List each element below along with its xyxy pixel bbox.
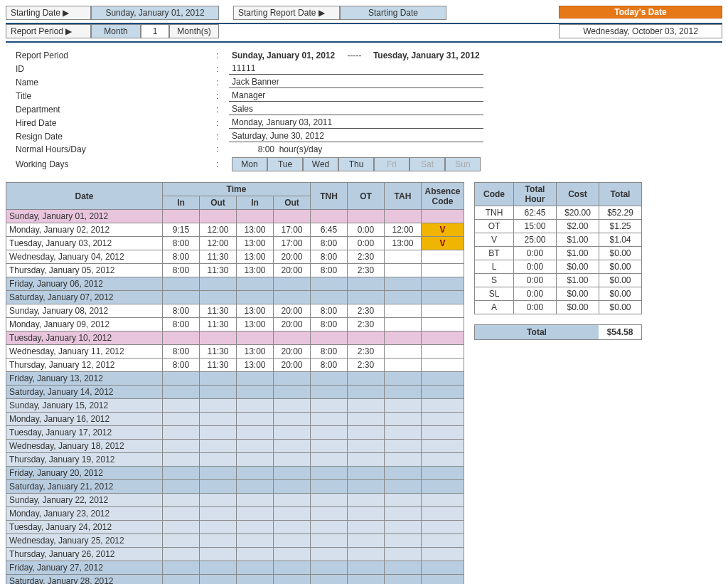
date-cell[interactable]: Monday, January 02, 2012 bbox=[6, 223, 163, 237]
time-cell[interactable] bbox=[422, 494, 464, 507]
timesheet-row[interactable]: Tuesday, January 03, 20128:0012:0013:001… bbox=[6, 237, 464, 250]
timesheet-row[interactable]: Saturday, January 21, 2012 bbox=[6, 480, 464, 494]
time-cell[interactable] bbox=[163, 426, 200, 440]
timesheet-row[interactable]: Sunday, January 08, 20128:0011:3013:0020… bbox=[6, 304, 464, 318]
time-cell[interactable] bbox=[163, 440, 200, 453]
time-cell[interactable]: 20:00 bbox=[274, 264, 311, 277]
timesheet-row[interactable]: Thursday, January 26, 2012 bbox=[6, 548, 464, 561]
date-cell[interactable]: Saturday, January 07, 2012 bbox=[6, 291, 163, 304]
time-cell[interactable] bbox=[311, 480, 348, 494]
time-cell[interactable] bbox=[348, 440, 385, 453]
time-cell[interactable]: 8:00 bbox=[311, 318, 348, 331]
time-cell[interactable] bbox=[385, 291, 422, 304]
timesheet-row[interactable]: Monday, January 16, 2012 bbox=[6, 413, 464, 426]
time-cell[interactable]: 11:30 bbox=[200, 359, 237, 372]
time-cell[interactable] bbox=[163, 386, 200, 399]
time-cell[interactable]: 12:00 bbox=[385, 223, 422, 237]
time-cell[interactable] bbox=[422, 277, 464, 291]
timesheet-row[interactable]: Wednesday, January 25, 2012 bbox=[6, 534, 464, 548]
timesheet-row[interactable]: Tuesday, January 17, 2012 bbox=[6, 426, 464, 440]
time-cell[interactable]: 12:00 bbox=[200, 223, 237, 237]
time-cell[interactable] bbox=[163, 277, 200, 291]
time-cell[interactable] bbox=[274, 210, 311, 223]
time-cell[interactable]: 11:30 bbox=[200, 264, 237, 277]
time-cell[interactable] bbox=[163, 467, 200, 480]
time-cell[interactable] bbox=[274, 548, 311, 561]
date-cell[interactable]: Tuesday, January 24, 2012 bbox=[6, 521, 163, 534]
time-cell[interactable] bbox=[163, 521, 200, 534]
time-cell[interactable] bbox=[274, 277, 311, 291]
time-cell[interactable] bbox=[311, 331, 348, 345]
time-cell[interactable] bbox=[311, 467, 348, 480]
time-cell[interactable] bbox=[311, 413, 348, 426]
time-cell[interactable]: 2:30 bbox=[348, 250, 385, 264]
time-cell[interactable] bbox=[200, 440, 237, 453]
time-cell[interactable] bbox=[385, 386, 422, 399]
time-cell[interactable] bbox=[311, 440, 348, 453]
time-cell[interactable] bbox=[200, 494, 237, 507]
time-cell[interactable] bbox=[422, 548, 464, 561]
date-cell[interactable]: Wednesday, January 25, 2012 bbox=[6, 534, 163, 548]
time-cell[interactable] bbox=[422, 534, 464, 548]
time-cell[interactable] bbox=[385, 494, 422, 507]
time-cell[interactable] bbox=[422, 521, 464, 534]
time-cell[interactable] bbox=[274, 575, 311, 585]
time-cell[interactable] bbox=[348, 548, 385, 561]
time-cell[interactable] bbox=[163, 399, 200, 413]
time-cell[interactable] bbox=[237, 399, 274, 413]
time-cell[interactable] bbox=[163, 372, 200, 386]
timesheet-row[interactable]: Wednesday, January 18, 2012 bbox=[6, 440, 464, 453]
date-cell[interactable]: Friday, January 13, 2012 bbox=[6, 372, 163, 386]
time-cell[interactable]: 8:00 bbox=[163, 237, 200, 250]
time-cell[interactable] bbox=[422, 413, 464, 426]
time-cell[interactable] bbox=[422, 264, 464, 277]
time-cell[interactable]: 13:00 bbox=[237, 250, 274, 264]
time-cell[interactable] bbox=[385, 467, 422, 480]
time-cell[interactable] bbox=[237, 372, 274, 386]
time-cell[interactable] bbox=[274, 561, 311, 575]
time-cell[interactable] bbox=[311, 386, 348, 399]
time-cell[interactable] bbox=[200, 534, 237, 548]
time-cell[interactable] bbox=[385, 264, 422, 277]
time-cell[interactable]: 8:00 bbox=[311, 359, 348, 372]
time-cell[interactable] bbox=[200, 561, 237, 575]
time-cell[interactable] bbox=[237, 494, 274, 507]
time-cell[interactable]: 0:00 bbox=[348, 223, 385, 237]
date-cell[interactable]: Sunday, January 22, 2012 bbox=[6, 494, 163, 507]
time-cell[interactable] bbox=[274, 426, 311, 440]
time-cell[interactable] bbox=[385, 548, 422, 561]
time-cell[interactable] bbox=[163, 494, 200, 507]
time-cell[interactable] bbox=[385, 480, 422, 494]
time-cell[interactable]: 13:00 bbox=[237, 345, 274, 359]
time-cell[interactable] bbox=[422, 331, 464, 345]
time-cell[interactable] bbox=[237, 453, 274, 467]
time-cell[interactable] bbox=[422, 210, 464, 223]
time-cell[interactable] bbox=[385, 331, 422, 345]
time-cell[interactable] bbox=[163, 453, 200, 467]
time-cell[interactable] bbox=[422, 291, 464, 304]
time-cell[interactable]: 2:30 bbox=[348, 345, 385, 359]
time-cell[interactable] bbox=[237, 440, 274, 453]
period-num[interactable]: 1 bbox=[141, 24, 169, 38]
timesheet-row[interactable]: Saturday, January 07, 2012 bbox=[6, 291, 464, 304]
time-cell[interactable] bbox=[163, 291, 200, 304]
time-cell[interactable]: 2:30 bbox=[348, 264, 385, 277]
time-cell[interactable] bbox=[200, 453, 237, 467]
timesheet-row[interactable]: Wednesday, January 04, 20128:0011:3013:0… bbox=[6, 250, 464, 264]
time-cell[interactable] bbox=[422, 359, 464, 372]
time-cell[interactable] bbox=[385, 575, 422, 585]
time-cell[interactable]: 11:30 bbox=[200, 250, 237, 264]
timesheet-row[interactable]: Friday, January 13, 2012 bbox=[6, 372, 464, 386]
date-cell[interactable]: Friday, January 20, 2012 bbox=[6, 467, 163, 480]
timesheet-row[interactable]: Friday, January 20, 2012 bbox=[6, 467, 464, 480]
time-cell[interactable]: 11:30 bbox=[200, 304, 237, 318]
time-cell[interactable] bbox=[422, 372, 464, 386]
time-cell[interactable] bbox=[311, 277, 348, 291]
time-cell[interactable] bbox=[348, 480, 385, 494]
time-cell[interactable] bbox=[200, 277, 237, 291]
time-cell[interactable]: V bbox=[422, 223, 464, 237]
time-cell[interactable] bbox=[385, 413, 422, 426]
date-cell[interactable]: Saturday, January 28, 2012 bbox=[6, 575, 163, 585]
time-cell[interactable] bbox=[200, 521, 237, 534]
time-cell[interactable]: 11:30 bbox=[200, 345, 237, 359]
